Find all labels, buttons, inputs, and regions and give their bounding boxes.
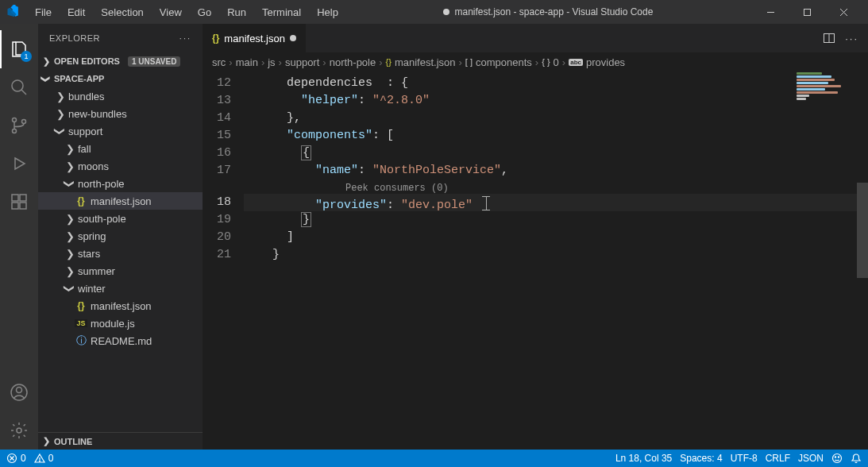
svg-point-6 bbox=[13, 118, 17, 122]
tree-item-label: spring bbox=[78, 230, 106, 242]
breadcrumb-segment[interactable]: src bbox=[212, 56, 226, 68]
breadcrumb-segment[interactable]: main bbox=[236, 56, 258, 68]
svg-point-15 bbox=[17, 388, 22, 393]
breadcrumb-separator-icon: › bbox=[535, 56, 538, 68]
folder-row[interactable]: ❯bundles bbox=[38, 87, 203, 105]
breadcrumb-separator-icon: › bbox=[279, 56, 282, 68]
chevron-right-icon: ❯ bbox=[65, 231, 75, 241]
chevron-right-icon: ❯ bbox=[56, 91, 65, 101]
breadcrumb-segment[interactable]: support bbox=[285, 56, 319, 68]
status-spaces[interactable]: Spaces: 4 bbox=[680, 453, 722, 464]
menu-selection[interactable]: Selection bbox=[95, 3, 149, 21]
svg-point-25 bbox=[835, 457, 835, 457]
close-button[interactable] bbox=[825, 0, 862, 24]
folder-row[interactable]: ❯summer bbox=[38, 262, 203, 280]
scrollbar-thumb[interactable] bbox=[857, 183, 868, 278]
file-row[interactable]: JSmodule.js bbox=[38, 315, 203, 332]
tree-item-label: south-pole bbox=[78, 213, 126, 225]
minimize-button[interactable] bbox=[752, 0, 789, 24]
folder-row[interactable]: ❯moons bbox=[38, 157, 203, 175]
codelens[interactable]: Peek consumers (0) bbox=[244, 179, 868, 194]
breadcrumb-type-icon: abc bbox=[569, 59, 583, 66]
folder-row[interactable]: ❯support bbox=[38, 122, 203, 140]
menu-run[interactable]: Run bbox=[221, 3, 253, 21]
svg-point-26 bbox=[838, 457, 839, 457]
breadcrumb-separator-icon: › bbox=[379, 56, 382, 68]
breadcrumb-segment[interactable]: components bbox=[476, 56, 532, 68]
chevron-right-icon: ❯ bbox=[65, 161, 75, 171]
activity-account[interactable] bbox=[0, 373, 38, 411]
menu-view[interactable]: View bbox=[153, 3, 188, 21]
activity-search[interactable] bbox=[0, 68, 38, 106]
code-line[interactable]: "name": "NorthPoleService", bbox=[244, 162, 868, 179]
code-editor[interactable]: 12131415161718192021 dependencies : { "h… bbox=[203, 71, 868, 450]
activity-debug[interactable] bbox=[0, 145, 38, 183]
status-position[interactable]: Ln 18, Col 35 bbox=[615, 453, 672, 464]
status-bar: 0 0 Ln 18, Col 35 Spaces: 4 UTF-8 CRLF J… bbox=[0, 450, 868, 467]
status-errors[interactable]: 0 bbox=[6, 453, 26, 464]
file-row[interactable]: {}manifest.json bbox=[38, 297, 203, 315]
split-editor-icon[interactable] bbox=[823, 32, 835, 44]
breadcrumb-segment[interactable]: js bbox=[268, 56, 275, 68]
activity-settings[interactable] bbox=[0, 411, 38, 450]
folder-row[interactable]: ❯stars bbox=[38, 245, 203, 262]
code-line[interactable]: { bbox=[244, 145, 868, 162]
menu-edit[interactable]: Edit bbox=[61, 3, 91, 21]
breadcrumb-segment[interactable]: manifest.json bbox=[395, 56, 456, 68]
code-line[interactable]: ] bbox=[244, 229, 868, 246]
open-editors-header[interactable]: ❯ OPEN EDITORS 1 UNSAVED bbox=[38, 52, 203, 70]
code-line[interactable]: "helper": "^2.8.0" bbox=[244, 92, 868, 110]
scrollbar-track[interactable] bbox=[857, 71, 868, 450]
code-line[interactable]: } bbox=[244, 246, 868, 264]
breadcrumb-segment[interactable]: provides bbox=[586, 56, 625, 68]
status-feedback[interactable] bbox=[831, 453, 843, 464]
gear-icon bbox=[10, 421, 29, 440]
breadcrumb-segment[interactable]: north-pole bbox=[330, 56, 376, 68]
window-controls bbox=[752, 0, 862, 24]
menu-file[interactable]: File bbox=[29, 3, 58, 21]
unsaved-dot-icon bbox=[290, 35, 296, 41]
status-eol[interactable]: CRLF bbox=[766, 453, 790, 464]
activity-scm[interactable] bbox=[0, 106, 38, 145]
file-row[interactable]: {}manifest.json bbox=[38, 192, 203, 210]
explorer-header: EXPLORER ··· bbox=[38, 24, 203, 52]
menu-help[interactable]: Help bbox=[311, 3, 345, 21]
outline-header[interactable]: ❯ OUTLINE bbox=[38, 432, 203, 450]
folder-row[interactable]: ❯winter bbox=[38, 280, 203, 297]
code-line[interactable]: } bbox=[244, 211, 868, 229]
status-warnings[interactable]: 0 bbox=[34, 453, 54, 464]
code-line[interactable]: "components": [ bbox=[244, 127, 868, 145]
folder-row[interactable]: ❯spring bbox=[38, 227, 203, 245]
code-content[interactable]: dependencies : { "helper": "^2.8.0" }, "… bbox=[244, 71, 868, 450]
folder-row[interactable]: ❯north-pole bbox=[38, 175, 203, 192]
svg-rect-11 bbox=[12, 203, 18, 209]
vscode-logo-icon bbox=[6, 5, 21, 19]
menu-go[interactable]: Go bbox=[191, 3, 218, 21]
status-notifications[interactable] bbox=[851, 453, 862, 464]
status-encoding[interactable]: UTF-8 bbox=[731, 453, 758, 464]
maximize-button[interactable] bbox=[789, 0, 825, 24]
info-file-icon: ⓘ bbox=[75, 334, 87, 348]
code-line[interactable]: }, bbox=[244, 110, 868, 127]
chevron-down-icon: ❯ bbox=[65, 179, 75, 188]
activity-explorer[interactable]: 1 bbox=[0, 30, 38, 68]
tree-item-label: support bbox=[68, 125, 102, 137]
folder-row[interactable]: ❯south-pole bbox=[38, 210, 203, 227]
minimap[interactable] bbox=[793, 71, 857, 119]
folder-row[interactable]: ❯new-bundles bbox=[38, 105, 203, 122]
status-language[interactable]: JSON bbox=[798, 453, 824, 464]
code-line[interactable]: "provides": "dev.pole" bbox=[244, 194, 868, 211]
more-actions-icon[interactable]: ··· bbox=[845, 33, 858, 44]
breadcrumb-separator-icon: › bbox=[322, 56, 326, 68]
breadcrumb-segment[interactable]: 0 bbox=[554, 56, 559, 68]
activity-extensions[interactable] bbox=[0, 183, 38, 221]
menu-terminal[interactable]: Terminal bbox=[256, 3, 307, 21]
svg-line-5 bbox=[21, 90, 26, 95]
code-line[interactable]: dependencies : { bbox=[244, 75, 868, 92]
file-row[interactable]: ⓘREADME.md bbox=[38, 332, 203, 349]
more-icon[interactable]: ··· bbox=[179, 33, 191, 43]
breadcrumbs[interactable]: src›main›js›support›north-pole›{} manife… bbox=[203, 52, 868, 71]
folder-root-header[interactable]: ❯ SPACE-APP bbox=[38, 70, 203, 87]
tab-manifest-json[interactable]: {} manifest.json bbox=[203, 24, 307, 52]
folder-row[interactable]: ❯fall bbox=[38, 140, 203, 157]
